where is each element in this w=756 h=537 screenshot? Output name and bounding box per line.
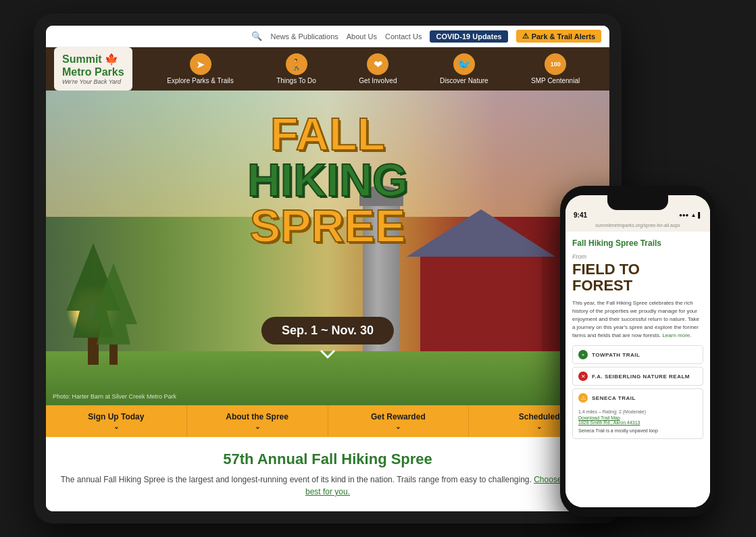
tablet-device: 🔍 News & Publications About Us Contact U… bbox=[34, 14, 622, 523]
signal-icon: ●●● bbox=[679, 212, 689, 218]
tab-signup-label: Sign Up Today bbox=[88, 412, 144, 421]
content-area: 57th Annual Fall Hiking Spree The annual… bbox=[46, 437, 609, 511]
photo-credit: Photo: Harter Barn at Silver Creek Metro… bbox=[53, 393, 176, 400]
bird-icon: 🐦 bbox=[453, 53, 475, 75]
tab-signup-chevron: ⌄ bbox=[114, 423, 119, 430]
seneca-icon: ⚠ bbox=[578, 393, 588, 403]
seneca-miles: 1.4 miles – Rating: 2 (Moderate) bbox=[578, 409, 658, 414]
logo-leaf-icon: 🍁 bbox=[105, 53, 118, 65]
contact-link[interactable]: Contact Us bbox=[385, 32, 422, 41]
status-icons: ●●● ▲ ▌ bbox=[679, 212, 702, 218]
trail-item-towpath[interactable]: + TOWPATH TRAIL bbox=[572, 345, 703, 364]
date-badge: Sep. 1 ~ Nov. 30 bbox=[261, 317, 394, 344]
tab-about[interactable]: About the Spree ⌄ bbox=[187, 405, 328, 437]
tab-scheduled-chevron: ⌄ bbox=[536, 423, 542, 430]
content-body: The annual Fall Hiking Spree is the larg… bbox=[59, 474, 596, 498]
phone-learn-more-link[interactable]: Learn more. bbox=[662, 332, 691, 338]
title-fall: FALL bbox=[247, 111, 408, 157]
scroll-arrow[interactable] bbox=[318, 346, 338, 365]
tab-rewarded[interactable]: Get Rewarded ⌄ bbox=[328, 405, 470, 437]
phone-notch bbox=[607, 195, 668, 210]
phone-url-bar: summitmetroparks.org/spree-for-all.aspx bbox=[565, 222, 710, 232]
tab-rewarded-chevron: ⌄ bbox=[395, 423, 401, 430]
nav-items: ➤ Explore Parks & Trails 🚶 Things To Do … bbox=[146, 48, 601, 90]
phone-content: Fall Hiking Spree Trails From FIELD TO F… bbox=[565, 232, 710, 507]
nav-item-explore[interactable]: ➤ Explore Parks & Trails bbox=[167, 53, 233, 84]
phone-hero-subtitle: From bbox=[572, 253, 703, 260]
logo-text: Summit 🍁 Metro Parks bbox=[62, 53, 124, 78]
seneca-name: SENECA TRAIL bbox=[592, 395, 636, 401]
phone-device: 9:41 ●●● ▲ ▌ summitmetroparks.org/spree-… bbox=[560, 186, 715, 517]
content-title: 57th Annual Fall Hiking Spree bbox=[59, 451, 596, 468]
phone-hero-main-title: FIELD TO FOREST bbox=[572, 261, 703, 294]
hero-section: FALL HIKING SPREE Sep. 1 ~ Nov. 30 Photo… bbox=[46, 91, 609, 405]
phone-screen: 9:41 ●●● ▲ ▌ summitmetroparks.org/spree-… bbox=[565, 195, 710, 507]
hero-field: FIELD TO bbox=[572, 261, 703, 278]
tab-about-label: About the Spree bbox=[226, 412, 288, 421]
towpath-name: TOWPATH TRAIL bbox=[592, 352, 640, 358]
hero-title: FALL HIKING SPREE bbox=[247, 111, 408, 249]
seneca-details: 1.4 miles – Rating: 2 (Moderate) Downloa… bbox=[578, 409, 658, 434]
news-link[interactable]: News & Publications bbox=[270, 32, 338, 41]
seiberling-name: F.A. SEIBERLING NATURE REALM bbox=[592, 374, 690, 380]
hero-forest: FOREST bbox=[572, 278, 703, 294]
nav-item-todo[interactable]: 🚶 Things To Do bbox=[276, 53, 316, 84]
logo[interactable]: Summit 🍁 Metro Parks We're Your Back Yar… bbox=[54, 47, 132, 91]
tree-left2 bbox=[86, 263, 141, 365]
scene: 🔍 News & Publications About Us Contact U… bbox=[0, 0, 756, 537]
alert-button[interactable]: ⚠ Park & Trail Alerts bbox=[516, 30, 601, 43]
main-nav: Summit 🍁 Metro Parks We're Your Back Yar… bbox=[46, 47, 609, 91]
nav-item-centennial[interactable]: 100 SMP Centennial bbox=[531, 53, 580, 84]
tab-about-chevron: ⌄ bbox=[255, 423, 260, 430]
about-link[interactable]: About Us bbox=[347, 32, 377, 41]
phone-page-title: Fall Hiking Spree Trails bbox=[572, 238, 703, 248]
trail-item-seiberling[interactable]: ✕ F.A. SEIBERLING NATURE REALM bbox=[572, 367, 703, 386]
centennial-icon: 100 bbox=[545, 53, 566, 75]
heart-icon: ❤ bbox=[367, 53, 388, 75]
svg-rect-3 bbox=[109, 344, 118, 365]
seiberling-icon: ✕ bbox=[578, 372, 588, 381]
barn bbox=[407, 216, 555, 351]
phone-time: 9:41 bbox=[574, 211, 587, 219]
hiker-icon: 🚶 bbox=[286, 53, 307, 75]
tab-bar: Sign Up Today ⌄ About the Spree ⌄ Get Re… bbox=[46, 405, 609, 437]
alert-label: Park & Trail Alerts bbox=[532, 32, 595, 41]
barn-roof bbox=[407, 209, 555, 257]
seneca-address-link[interactable]: 1828 Smith Rd., Akron 44313 bbox=[578, 420, 658, 425]
nav-item-nature[interactable]: 🐦 Discover Nature bbox=[440, 53, 488, 84]
svg-marker-2 bbox=[90, 263, 137, 344]
tab-signup[interactable]: Sign Up Today ⌄ bbox=[46, 405, 187, 437]
title-hiking: HIKING bbox=[247, 157, 408, 203]
nav-item-involved[interactable]: ❤ Get Involved bbox=[359, 53, 397, 84]
wifi-icon: ▲ bbox=[690, 212, 696, 218]
tab-rewarded-label: Get Rewarded bbox=[371, 412, 426, 421]
tab-scheduled-label: Scheduled bbox=[519, 412, 560, 421]
title-spree: SPREE bbox=[247, 203, 408, 249]
logo-tagline: We're Your Back Yard bbox=[62, 78, 124, 85]
battery-icon: ▌ bbox=[698, 212, 702, 218]
towpath-icon: + bbox=[578, 350, 588, 359]
tablet-screen: 🔍 News & Publications About Us Contact U… bbox=[46, 26, 609, 511]
search-icon[interactable]: 🔍 bbox=[251, 31, 262, 41]
utility-bar: 🔍 News & Publications About Us Contact U… bbox=[46, 26, 609, 47]
barn-body bbox=[420, 257, 542, 351]
trail-item-seneca[interactable]: ⚠ SENECA TRAIL 1.4 miles – Rating: 2 (Mo… bbox=[572, 388, 703, 439]
seneca-download-link[interactable]: Download Trail Map bbox=[578, 415, 658, 420]
seneca-description: Seneca Trail is a mostly unpaved loop bbox=[578, 428, 658, 434]
compass-icon: ➤ bbox=[190, 53, 211, 75]
covid-button[interactable]: COVID-19 Updates bbox=[430, 30, 507, 43]
alert-icon: ⚠ bbox=[522, 32, 529, 41]
phone-description: This year, the Fall Hiking Spree celebra… bbox=[572, 299, 703, 340]
